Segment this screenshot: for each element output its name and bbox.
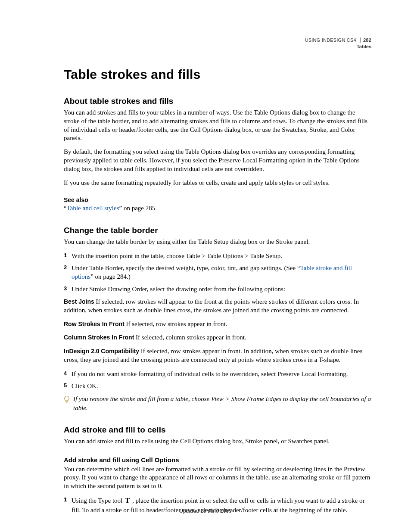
tip-note: If you remove the stroke and fill from a… (64, 395, 371, 412)
running-header: USING INDESIGN CS4 282 Tables (305, 37, 371, 50)
see-also-heading: See also (64, 196, 371, 203)
steps-list-continued: If you do not want stroke formatting of … (64, 370, 371, 391)
heading-change-border: Change the table border (64, 226, 371, 235)
section-name: Tables (305, 44, 371, 50)
svg-point-0 (65, 396, 69, 401)
option-best-joins: Best Joins If selected, row strokes will… (64, 298, 371, 315)
step-item: Under Stroke Drawing Order, select the d… (64, 285, 371, 293)
step-item: With the insertion point in the table, c… (64, 252, 371, 260)
body-text: By default, the formatting you select us… (64, 148, 371, 173)
body-text: You can determine which cell lines are f… (64, 465, 371, 491)
option-compatibility: InDesign 2.0 Compatibility If selected, … (64, 347, 371, 364)
tip-text: If you remove the stroke and fill from a… (73, 395, 371, 411)
content-area: Table strokes and fills About table stro… (64, 37, 371, 514)
link-table-cell-styles[interactable]: Table and cell styles (67, 205, 119, 212)
body-text: You can add strokes and fills to your ta… (64, 109, 371, 143)
heading-add-stroke-fill: Add stroke and fill to cells (64, 425, 371, 435)
page: USING INDESIGN CS4 282 Tables Table stro… (0, 0, 411, 532)
see-also-line: “Table and cell styles” on page 285 (64, 204, 371, 213)
steps-list: With the insertion point in the table, c… (64, 252, 371, 293)
type-tool-icon: T (124, 496, 131, 504)
runin-label: Row Strokes In Front (64, 320, 125, 327)
lightbulb-icon (64, 395, 70, 404)
doc-title: USING INDESIGN CS4 (305, 37, 356, 43)
step-item: Click OK. (64, 382, 371, 390)
footer-updated: Updated 18 June 2009 (0, 508, 411, 514)
subheading-cell-options: Add stroke and fill using Cell Options (64, 456, 371, 464)
runin-label: Column Strokes In Front (64, 334, 134, 341)
body-text: You can change the table border by using… (64, 238, 371, 246)
option-column-strokes-front: Column Strokes In Front If selected, col… (64, 333, 371, 342)
runin-label: InDesign 2.0 Compatibility (64, 348, 139, 355)
body-text: You can add stroke and fill to cells usi… (64, 437, 371, 446)
heading-about: About table strokes and fills (64, 96, 371, 106)
body-text: If you use the same formatting repeatedl… (64, 179, 371, 187)
page-title: Table strokes and fills (64, 67, 371, 82)
runin-label: Best Joins (64, 298, 94, 305)
option-row-strokes-front: Row Strokes In Front If selected, row st… (64, 320, 371, 329)
step-item: If you do not want stroke formatting of … (64, 370, 371, 378)
page-number: 282 (360, 37, 371, 43)
step-item: Under Table Border, specify the desired … (64, 264, 371, 281)
